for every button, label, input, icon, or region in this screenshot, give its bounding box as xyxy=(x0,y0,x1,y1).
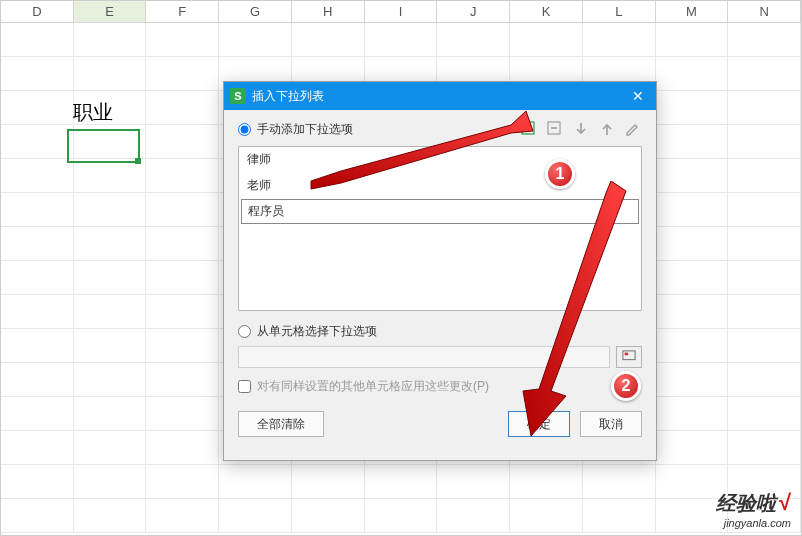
grid-cell[interactable] xyxy=(74,295,147,328)
grid-cell[interactable] xyxy=(146,159,219,192)
grid-cell[interactable] xyxy=(728,193,801,226)
move-down-button[interactable] xyxy=(572,120,590,138)
grid-cell[interactable] xyxy=(583,499,656,532)
column-header[interactable]: G xyxy=(219,1,292,22)
grid-cell[interactable] xyxy=(728,329,801,362)
grid-cell[interactable] xyxy=(728,23,801,56)
grid-cell[interactable] xyxy=(510,23,583,56)
grid-cell[interactable] xyxy=(146,465,219,498)
grid-cell[interactable] xyxy=(146,227,219,260)
items-listbox[interactable]: 律师老师程序员 xyxy=(238,146,642,311)
grid-cell[interactable] xyxy=(74,125,147,158)
column-header[interactable]: E xyxy=(74,1,147,22)
grid-cell[interactable] xyxy=(1,295,74,328)
grid-cell[interactable] xyxy=(74,499,147,532)
grid-cell[interactable] xyxy=(365,499,438,532)
grid-cell[interactable] xyxy=(728,261,801,294)
clear-all-button[interactable]: 全部清除 xyxy=(238,411,324,437)
column-header[interactable]: J xyxy=(437,1,510,22)
grid-cell[interactable] xyxy=(1,23,74,56)
from-cells-radio-input[interactable] xyxy=(238,325,251,338)
grid-cell[interactable] xyxy=(728,295,801,328)
grid-cell[interactable] xyxy=(1,465,74,498)
grid-cell[interactable] xyxy=(74,159,147,192)
apply-same-checkbox[interactable] xyxy=(238,380,251,393)
grid-cell[interactable] xyxy=(74,329,147,362)
grid-cell[interactable] xyxy=(656,329,729,362)
grid-cell[interactable] xyxy=(728,159,801,192)
grid-cell[interactable] xyxy=(74,193,147,226)
grid-cell[interactable] xyxy=(656,261,729,294)
grid-cell[interactable] xyxy=(656,57,729,90)
grid-cell[interactable] xyxy=(656,363,729,396)
grid-cell[interactable] xyxy=(365,23,438,56)
grid-cell[interactable] xyxy=(146,431,219,464)
grid-cell[interactable] xyxy=(583,23,656,56)
grid-cell[interactable] xyxy=(728,91,801,124)
grid-cell[interactable] xyxy=(1,57,74,90)
grid-cell[interactable] xyxy=(146,125,219,158)
grid-cell[interactable] xyxy=(656,397,729,430)
grid-cell[interactable] xyxy=(146,363,219,396)
grid-cell[interactable] xyxy=(1,363,74,396)
grid-cell[interactable] xyxy=(656,23,729,56)
dialog-titlebar[interactable]: S 插入下拉列表 ✕ xyxy=(224,82,656,110)
column-header[interactable]: K xyxy=(510,1,583,22)
column-header[interactable]: D xyxy=(1,1,74,22)
grid-cell[interactable] xyxy=(74,261,147,294)
grid-cell[interactable] xyxy=(292,23,365,56)
grid-cell[interactable] xyxy=(728,363,801,396)
column-header[interactable]: L xyxy=(583,1,656,22)
grid-cell[interactable] xyxy=(583,465,656,498)
grid-cell[interactable] xyxy=(1,431,74,464)
grid-cell[interactable] xyxy=(1,329,74,362)
add-item-button[interactable] xyxy=(520,120,538,138)
grid-cell[interactable] xyxy=(365,465,438,498)
grid-cell[interactable] xyxy=(656,159,729,192)
grid-cell[interactable] xyxy=(656,91,729,124)
manual-radio-input[interactable] xyxy=(238,123,251,136)
grid-cell[interactable] xyxy=(1,193,74,226)
grid-cell[interactable] xyxy=(510,465,583,498)
grid-cell[interactable] xyxy=(146,57,219,90)
grid-cell[interactable] xyxy=(1,261,74,294)
grid-cell[interactable] xyxy=(146,261,219,294)
grid-cell[interactable] xyxy=(437,23,510,56)
grid-cell[interactable] xyxy=(74,57,147,90)
grid-cell[interactable] xyxy=(728,57,801,90)
grid-cell[interactable] xyxy=(656,227,729,260)
grid-cell[interactable] xyxy=(437,465,510,498)
column-header[interactable]: N xyxy=(728,1,801,22)
column-header[interactable]: M xyxy=(656,1,729,22)
grid-cell[interactable] xyxy=(1,91,74,124)
column-header[interactable]: I xyxy=(365,1,438,22)
column-header[interactable]: F xyxy=(146,1,219,22)
grid-cell[interactable] xyxy=(146,193,219,226)
grid-cell[interactable] xyxy=(1,159,74,192)
grid-cell[interactable] xyxy=(1,499,74,532)
manual-add-radio[interactable]: 手动添加下拉选项 xyxy=(238,121,520,138)
grid-cell[interactable] xyxy=(146,329,219,362)
grid-cell[interactable] xyxy=(146,295,219,328)
grid-cell[interactable] xyxy=(656,125,729,158)
grid-cell[interactable] xyxy=(728,431,801,464)
grid-cell[interactable] xyxy=(1,397,74,430)
grid-cell[interactable] xyxy=(510,499,583,532)
grid-cell[interactable] xyxy=(74,23,147,56)
grid-cell[interactable] xyxy=(74,227,147,260)
grid-cell[interactable] xyxy=(1,227,74,260)
cancel-button[interactable]: 取消 xyxy=(580,411,642,437)
list-item[interactable]: 老师 xyxy=(239,173,641,199)
grid-cell[interactable] xyxy=(292,465,365,498)
grid-cell[interactable] xyxy=(219,465,292,498)
grid-cell[interactable] xyxy=(656,431,729,464)
close-button[interactable]: ✕ xyxy=(626,86,650,106)
range-picker-button[interactable] xyxy=(616,346,642,368)
grid-cell[interactable] xyxy=(728,125,801,158)
grid-cell[interactable] xyxy=(219,23,292,56)
grid-cell[interactable] xyxy=(219,499,292,532)
list-item[interactable]: 律师 xyxy=(239,147,641,173)
grid-cell[interactable] xyxy=(656,193,729,226)
edit-item-button[interactable] xyxy=(624,120,642,138)
grid-cell[interactable] xyxy=(74,397,147,430)
